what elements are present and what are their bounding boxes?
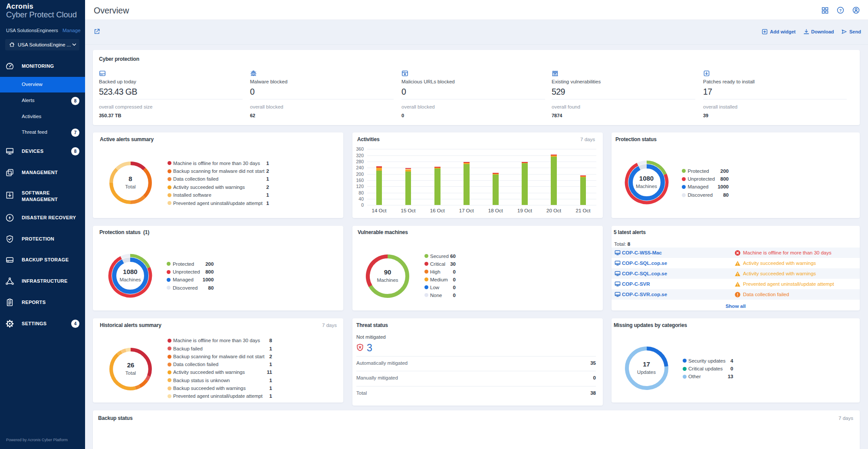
svg-text:?: ?	[839, 8, 842, 13]
